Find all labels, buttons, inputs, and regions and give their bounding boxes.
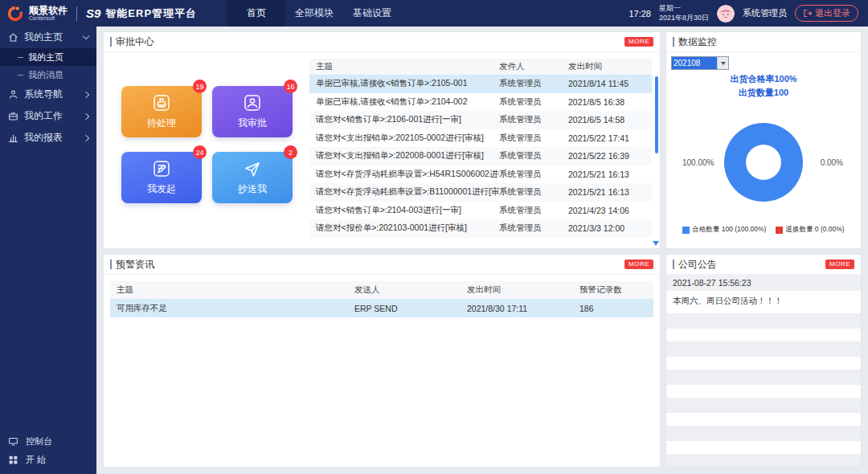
approval-panel-header: 审批中心 MORE	[104, 32, 660, 52]
start-button[interactable]: 开 始	[0, 451, 96, 469]
legend-swatch-red	[776, 227, 783, 234]
legend-label: 退换数量 0 (0.00%)	[785, 225, 844, 235]
table-row[interactable]: 可用库存不足 ERP SEND 2021/8/30 17:11 186	[110, 299, 653, 317]
logo-divider	[76, 6, 77, 21]
logout-label: 退出登录	[815, 7, 850, 19]
pending-count-badge: 19	[193, 80, 207, 93]
cell-sender: 系统管理员	[499, 205, 568, 216]
current-user-name: 系统管理员	[743, 7, 787, 19]
document-edit-icon	[152, 159, 171, 178]
weekday-label: 星期一	[659, 4, 709, 14]
panel-title: 公司公告	[673, 258, 717, 272]
header-subject: 主题	[309, 61, 499, 72]
bullet-dash	[18, 75, 23, 76]
sidebar-item-my-messages[interactable]: 我的消息	[0, 66, 96, 84]
approval-body: 19 待处理 16 我审批	[104, 52, 660, 248]
paper-plane-icon	[243, 159, 262, 178]
cell-sender: 系统管理员	[499, 186, 568, 198]
users-icon	[8, 89, 18, 100]
tile-cc-to-me[interactable]: 2 抄送我	[212, 152, 293, 203]
title-marker	[110, 259, 112, 269]
cell-subject: 请您对<支出报销单>:202105-0002进行[审核]	[309, 133, 499, 144]
sidebar-footer: 控制台 开 始	[0, 432, 96, 469]
table-scrollbar[interactable]	[655, 76, 658, 153]
sidebar-item-my-home[interactable]: 我的主页	[0, 48, 96, 66]
cell-time: 2021/3/3 12:00	[568, 223, 652, 233]
announcement-placeholder-row	[666, 454, 861, 467]
console-button[interactable]: 控制台	[0, 432, 96, 451]
tile-label: 我发起	[147, 182, 176, 196]
grid-icon	[8, 455, 18, 465]
announcement-placeholder-row	[666, 313, 861, 329]
cell-subject: 请您对<报价单>:202103-0001进行[审核]	[309, 223, 499, 234]
logout-button[interactable]: 退出登录	[795, 5, 858, 22]
cell-sender: 系统管理员	[499, 169, 568, 180]
table-row[interactable]: 请您对<支出报销单>:202105-0002进行[审核] 系统管理员 2021/…	[309, 129, 652, 148]
console-icon	[8, 436, 18, 447]
bar-chart-icon	[8, 133, 18, 143]
chevron-right-icon	[83, 134, 89, 141]
tile-initiated-by-me[interactable]: 24 我发起	[121, 152, 202, 203]
sidebar-group-my-reports[interactable]: 我的报表	[0, 127, 96, 149]
table-row[interactable]: 单据已审核,请接收<销售订单>:2104-002 系统管理员 2021/8/5 …	[309, 93, 652, 112]
approval-table-header: 主题 发件人 发出时间	[309, 59, 652, 75]
approval-title-text: 审批中心	[116, 35, 154, 49]
cell-time: 2021/8/5 16:38	[568, 97, 652, 107]
announcements-body: 2021-08-27 15:56:23 本周六、周日公司活动！！！	[666, 275, 861, 467]
cell-sender: 系统管理员	[499, 150, 568, 161]
header-sender: 发送人	[354, 284, 467, 296]
approval-tiles: 19 待处理 16 我审批	[104, 52, 309, 248]
cell-time: 2021/5/22 17:41	[568, 133, 652, 143]
cell-time: 2021/8/30 17:11	[467, 304, 579, 313]
warning-more-button[interactable]: MORE	[624, 259, 653, 269]
announcement-text[interactable]: 本周六、周日公司活动！！！	[666, 291, 861, 313]
warning-table-header: 主题 发送人 发出时间 预警记录数	[110, 281, 653, 299]
tile-my-approvals[interactable]: 16 我审批	[212, 86, 293, 137]
logo-name: 顺景软件	[29, 6, 68, 16]
table-row[interactable]: 请您对<存货浮动耗损率设置>:B11000001进行[审核] 系统管理员 202…	[309, 183, 652, 202]
sidebar-item-label: 我的消息	[28, 69, 63, 81]
table-row[interactable]: 请您对<存货浮动耗损率设置>:H54R1S006002进行[审核] 系统管理员 …	[309, 165, 652, 184]
user-avatar[interactable]	[717, 5, 735, 22]
approval-more-button[interactable]: MORE	[624, 37, 653, 47]
tile-label: 抄送我	[238, 182, 267, 196]
scroll-down-arrow[interactable]	[653, 241, 659, 246]
centersoft-logo-icon	[6, 5, 24, 22]
table-row[interactable]: 请您对<销售订单>:2106-001进行[一审] 系统管理员 2021/6/5 …	[309, 111, 652, 129]
header-time: 发出时间	[467, 284, 579, 296]
table-row[interactable]: 请您对<支出报销单>:202008-0001进行[审核] 系统管理员 2021/…	[309, 147, 652, 165]
bullet-dash	[18, 57, 23, 58]
table-row[interactable]: 单据已审核,请接收<销售订单>:2105-001 系统管理员 2021/8/14…	[309, 75, 652, 93]
sidebar-group-system-nav[interactable]: 系统导航	[0, 84, 96, 105]
logo-area: 顺景软件 Centersoft S9 智能ERP管理平台	[0, 0, 227, 27]
table-row[interactable]: 请您对<报价单>:202103-0001进行[审核] 系统管理员 2021/3/…	[309, 219, 652, 238]
cell-sender: 系统管理员	[499, 223, 568, 234]
tile-pending[interactable]: 19 待处理	[121, 86, 202, 137]
period-select[interactable]: 202108	[671, 56, 729, 70]
cell-subject: 请您对<存货浮动耗损率设置>:B11000001进行[审核]	[309, 186, 499, 198]
monitoring-title-text: 数据监控	[678, 35, 717, 49]
app-title: 智能ERP管理平台	[105, 6, 197, 21]
tab-home[interactable]: 首页	[227, 0, 285, 27]
sidebar-group-my-work[interactable]: 我的工作	[0, 105, 96, 127]
monitoring-panel-header: 数据监控	[666, 32, 861, 52]
warning-table: 主题 发送人 发出时间 预警记录数 可用库存不足 ERP SEND 2021/8…	[110, 281, 653, 317]
combo-dropdown-icon[interactable]	[717, 57, 728, 69]
period-value: 202108	[672, 57, 717, 69]
approval-table: 主题 发件人 发出时间 单据已审核,请接收<销售订单>:2105-001 系统管…	[309, 59, 652, 248]
cc-count-badge: 2	[284, 145, 297, 159]
announcement-placeholder-row	[666, 341, 861, 357]
tab-all-modules[interactable]: 全部模块	[285, 0, 343, 27]
title-marker	[110, 37, 112, 47]
announcements-title-text: 公司公告	[678, 258, 717, 272]
tab-basic-settings[interactable]: 基础设置	[343, 0, 401, 27]
main-content: 审批中心 MORE 19 待处理 16	[96, 27, 868, 474]
sidebar-group-my-home[interactable]: 我的主页	[0, 27, 96, 48]
header-sender: 发件人	[499, 61, 568, 72]
stamp-icon	[152, 93, 171, 112]
legend-label: 合格数量 100 (100.00%)	[692, 225, 766, 235]
table-row[interactable]: 请您对<销售订单>:2104-003进行[一审] 系统管理员 2021/4/23…	[309, 202, 652, 220]
cell-subject: 可用库存不足	[110, 303, 354, 314]
header-subject: 主题	[110, 284, 354, 296]
announcements-more-button[interactable]: MORE	[825, 259, 854, 269]
